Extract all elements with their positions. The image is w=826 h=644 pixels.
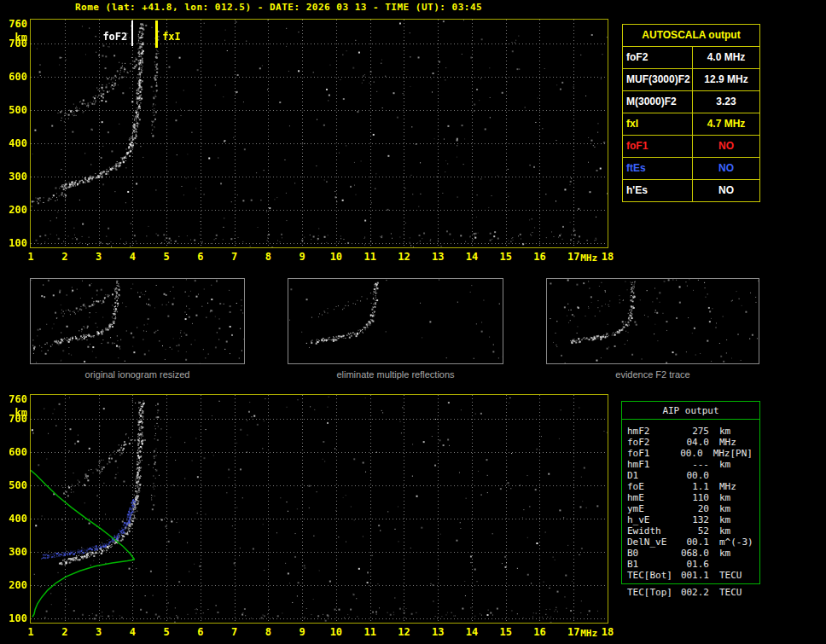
aip-row-unit: km (719, 503, 730, 514)
x-axis-tick-9: 9 (292, 626, 312, 638)
thumb3-canvas (547, 279, 759, 363)
aip-row-label: TEC[Bot] (627, 570, 678, 581)
aip-row-label: foF2 (627, 437, 678, 448)
aip-row-ewidth: Ewidth52km (627, 525, 754, 537)
thumbnail-caption: evidence F2 trace (546, 369, 759, 380)
x-axis-tick-9: 9 (292, 251, 312, 263)
x-axis-tick-13: 13 (428, 626, 448, 638)
y-axis-tick-100: 100 (4, 237, 27, 249)
x-axis-tick-2: 2 (55, 251, 75, 263)
aip-box-title: AIP output (622, 402, 759, 420)
thumbnail-evidence-f2-trace: evidence F2 trace (546, 278, 759, 380)
x-axis-tick-1: 1 (20, 626, 41, 638)
y-axis-tick-100: 100 (4, 612, 27, 624)
aip-row-label: h_vE (627, 514, 678, 525)
aip-row-unit: MHz (719, 481, 736, 492)
autoscala-row-fof1: foF1NO (623, 136, 759, 158)
autoscala-row-label: ftEs (623, 158, 693, 179)
aip-row-b1: B101.6 (627, 559, 754, 570)
y-axis-tick-400: 400 (4, 137, 27, 149)
thumbnail-original-ionogram: original ionogram resized (30, 278, 245, 380)
x-axis-tick-18: 18 (597, 626, 618, 638)
y-axis-tick-300: 300 (4, 546, 27, 558)
y-axis-tick-500: 500 (4, 104, 27, 116)
aip-row-label: foE (627, 481, 678, 492)
aip-box-rows: hmF2275kmfoF204.0MHzfoF100.0MHz[PN]hmF1-… (622, 420, 759, 583)
thumbnail-frame (288, 278, 503, 364)
x-axis-tick-12: 12 (393, 626, 414, 638)
thumb1-canvas (31, 279, 244, 363)
aip-row-unit: m^(-3) (719, 537, 753, 548)
x-axis-tick-3: 3 (89, 626, 109, 638)
autoscala-row-muf3000f2: MUF(3000)F212.9 MHz (623, 69, 759, 91)
y-axis-tick-600: 600 (4, 446, 27, 458)
autoscala-row-label: MUF(3000)F2 (623, 69, 693, 90)
aip-row-hve: h_vE132km (627, 514, 754, 525)
aip-row-unit: MHz (719, 437, 736, 448)
aip-row-label: foF1 (627, 448, 674, 459)
y-axis-tick-300: 300 (4, 171, 27, 183)
aip-row-value: 110 (678, 492, 709, 503)
y-axis-unit: km (4, 32, 27, 44)
y-axis-tick-200: 200 (4, 579, 27, 591)
aip-row-value: 00.0 (678, 470, 709, 481)
x-axis-tick-3: 3 (89, 251, 109, 263)
aip-row-hmf2: hmF2275km (627, 426, 754, 437)
autoscala-row-label: foF2 (623, 47, 693, 68)
autoscala-row-value: 3.23 (693, 91, 759, 113)
autoscala-row-value: 4.7 MHz (693, 113, 759, 135)
aip-row-b0: B0068.0km (627, 548, 754, 559)
aip-row-delnve: DelN_vE00.1m^(-3) (627, 537, 754, 548)
thumbnail-frame (30, 278, 245, 364)
aip-row-unit: MHz (713, 448, 730, 459)
y-axis-unit: km (4, 407, 27, 419)
x-axis-tick-15: 15 (496, 251, 516, 263)
fxi-marker-line (155, 20, 158, 48)
x-axis-tick-6: 6 (190, 626, 211, 638)
y-axis-tick-400: 400 (4, 513, 27, 525)
autoscala-row-label: M(3000)F2 (623, 91, 693, 113)
aip-row-unit: TECU (719, 570, 742, 581)
header-title: Rome (lat: +41.8, lon: 012.5) - DATE: 20… (75, 2, 482, 13)
aip-row-label: hmE (627, 492, 678, 503)
aip-row-yme: ymE20km (627, 503, 754, 514)
aip-row-value: --- (678, 459, 709, 470)
autoscala-row-label: foF1 (623, 136, 693, 157)
aip-row-value: 275 (678, 426, 709, 437)
x-axis-tick-5: 5 (156, 626, 177, 638)
x-axis-tick-14: 14 (462, 626, 482, 638)
x-axis-tick-1: 1 (20, 251, 41, 263)
aip-row-label: DelN_vE (627, 537, 678, 548)
aip-row-value: 20 (678, 503, 709, 514)
autoscala-row-label: fxI (623, 113, 693, 135)
x-axis-tick-7: 7 (224, 626, 245, 638)
aip-row-value: 002.2 (678, 587, 709, 598)
x-axis-tick-8: 8 (258, 626, 278, 638)
x-axis-tick-13: 13 (428, 251, 448, 263)
aip-row-value: 00.1 (678, 537, 709, 548)
aip-row-value: 068.0 (678, 548, 709, 559)
aip-row-fof1: foF100.0MHz[PN] (627, 448, 754, 459)
autoscala-row-value: NO (693, 158, 759, 179)
autoscala-output-table: AUTOSCALA output foF24.0 MHzMUF(3000)F21… (622, 24, 760, 202)
y-axis-tick-760: 760 (4, 393, 27, 405)
aip-row-label: ymE (627, 503, 678, 514)
aip-row-label: Ewidth (627, 525, 678, 537)
thumbnail-caption: original ionogram resized (30, 369, 245, 380)
x-axis-tick-10: 10 (326, 251, 346, 263)
x-axis-tick-10: 10 (326, 626, 346, 638)
aip-row-tectop: TEC[Top]002.2TECU (621, 587, 760, 598)
aip-row-value: 04.0 (678, 437, 709, 448)
x-axis-tick-12: 12 (393, 251, 414, 263)
thumbnail-caption: eliminate multiple reflections (288, 369, 503, 380)
y-axis-tick-600: 600 (4, 71, 27, 83)
main-ionogram-canvas (31, 20, 608, 247)
aip-row-fof2: foF204.0MHz (627, 437, 754, 448)
autoscala-row-ftes: ftEsNO (623, 158, 759, 180)
x-axis-tick-6: 6 (190, 251, 211, 263)
x-axis-tick-4: 4 (122, 251, 143, 263)
x-axis-tick-14: 14 (462, 251, 482, 263)
x-axis-tick-16: 16 (529, 626, 550, 638)
aip-row-label: B1 (627, 559, 678, 570)
aip-row-value: 00.0 (674, 448, 702, 459)
